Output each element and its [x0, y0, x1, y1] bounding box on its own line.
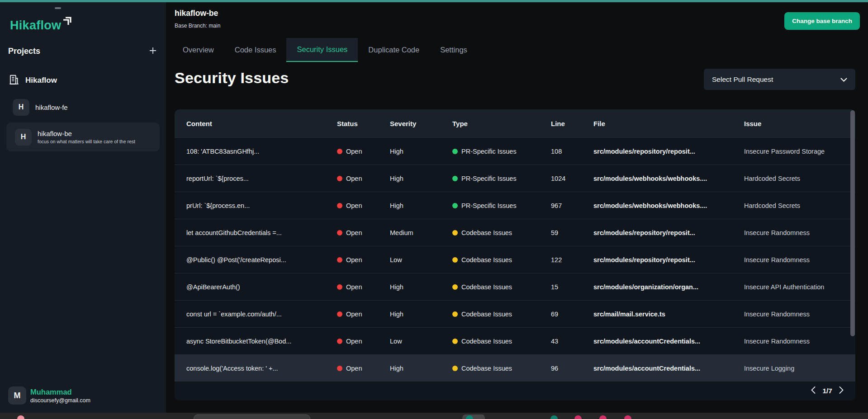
type-dot-icon [452, 366, 458, 371]
chevron-down-icon [840, 75, 847, 84]
type-label: Codebase Issues [461, 283, 512, 291]
status-dot-icon [337, 230, 342, 235]
arrow-up-right-icon [62, 16, 72, 28]
projects-header: Projects [8, 46, 158, 57]
cell-severity: High [390, 148, 452, 155]
add-project-button[interactable] [148, 46, 158, 57]
cell-type: Codebase Issues [452, 256, 551, 264]
tab-security-issues[interactable]: Security Issues [286, 38, 358, 62]
cell-content: let accountGithubCredentials =... [186, 229, 337, 236]
status-dot-icon [337, 339, 342, 344]
sidebar: Hikaflow Projects [0, 2, 166, 413]
type-dot-icon [452, 339, 458, 344]
project-list: H hikaflow-fe H hikaflow-be focus on wha… [6, 95, 160, 151]
base-branch-label: Base Branch: main [175, 23, 220, 29]
tab-overview[interactable]: Overview [172, 38, 224, 62]
cell-status: Open [337, 283, 390, 291]
cell-line: 69 [551, 311, 593, 318]
user-profile[interactable]: M Muhammad discoursefy@gmail.com [8, 386, 90, 405]
teal-dot-icon [550, 415, 558, 419]
status-dot-icon [337, 311, 342, 317]
plus-icon [148, 46, 158, 57]
type-dot-icon [452, 257, 458, 263]
cell-type: PR-Specific Issues [452, 202, 551, 209]
cell-type: Codebase Issues [452, 338, 551, 345]
table-row[interactable]: @Public() @Post('/createReposi... Open L… [175, 246, 855, 273]
status-dot-icon [337, 284, 342, 290]
cell-severity: Medium [390, 229, 452, 236]
sidebar-item-organization[interactable]: Hikaflow [8, 74, 57, 87]
cell-content: 108: 'ATBC83asnGHfhj... [186, 148, 337, 155]
cell-severity: High [390, 283, 452, 291]
column-header-issue: Issue [744, 120, 855, 127]
avatar: M [8, 386, 26, 405]
column-header-severity: Severity [390, 120, 452, 127]
type-label: Codebase Issues [461, 365, 512, 372]
type-dot-icon [452, 311, 458, 317]
column-header-file: File [593, 120, 744, 127]
table-row[interactable]: console.log('Access token: ' +... Open H… [175, 354, 855, 381]
main-content: hikaflow-be Base Branch: main Change bas… [166, 2, 868, 413]
scrollbar-thumb[interactable] [850, 110, 855, 336]
cell-content: @Public() @Post('/createReposi... [186, 256, 337, 264]
select-pull-request-dropdown[interactable]: Select Pull Request [704, 69, 855, 90]
type-label: PR-Specific Issues [461, 148, 517, 155]
cell-file: src/modules/webhooks/webhooks.... [593, 175, 744, 182]
cell-issue: Insecure Randomness [744, 256, 855, 264]
type-label: Codebase Issues [461, 256, 512, 264]
type-dot-icon [452, 149, 458, 154]
pagination-next-button[interactable] [839, 386, 844, 395]
user-email: discoursefy@gmail.com [30, 397, 90, 404]
tab-code-issues[interactable]: Code Issues [224, 38, 287, 62]
cell-content: @ApiBearerAuth() [186, 283, 337, 291]
tab-bar: Overview Code Issues Security Issues Dup… [172, 38, 478, 62]
table-row[interactable]: 108: 'ATBC83asnGHfhj... Open High PR-Spe… [175, 137, 855, 165]
select-pull-request-label: Select Pull Request [712, 75, 773, 84]
type-label: Codebase Issues [461, 311, 512, 318]
cell-severity: High [390, 365, 452, 372]
sidebar-project-item-hikaflow-fe[interactable]: H hikaflow-fe [6, 95, 160, 119]
table-row[interactable]: let accountGithubCredentials =... Open M… [175, 219, 855, 246]
table-row[interactable]: reportUrl: `${proces... Open High PR-Spe… [175, 165, 855, 192]
cell-severity: Low [390, 338, 452, 345]
cell-file: src/modules/accountCredentials... [593, 365, 744, 372]
avatar: H [15, 129, 32, 146]
cell-line: 122 [551, 256, 593, 264]
cell-status: Open [337, 229, 390, 236]
tab-duplicate-code[interactable]: Duplicate Code [358, 38, 430, 62]
change-base-branch-button[interactable]: Change base branch [784, 12, 860, 30]
cell-status: Open [337, 256, 390, 264]
table-row[interactable]: const url = `example.com/auth/... Open H… [175, 300, 855, 327]
cell-issue: Insecure API Authentication [744, 283, 855, 291]
cell-type: PR-Specific Issues [452, 175, 551, 182]
sidebar-project-item-hikaflow-be[interactable]: H hikaflow-be focus on what matters will… [6, 122, 160, 151]
window-handle [55, 7, 61, 9]
table-row[interactable]: prUrl: `${process.en... Open High PR-Spe… [175, 192, 855, 219]
column-header-status: Status [337, 120, 390, 127]
cell-line: 967 [551, 202, 593, 209]
cell-status: Open [337, 148, 390, 155]
brand-logo[interactable]: Hikaflow [10, 19, 72, 32]
page-title: Security Issues [175, 69, 289, 87]
cell-line: 15 [551, 283, 593, 291]
cell-line: 59 [551, 229, 593, 236]
cell-line: 43 [551, 338, 593, 345]
pagination-indicator: 1/7 [822, 387, 832, 395]
status-label: Open [346, 148, 362, 155]
cell-file: src/modules/repository/reposit... [593, 148, 744, 155]
cell-file: src/modules/organization/organ... [593, 283, 744, 291]
pink-dot-icon [17, 415, 24, 419]
cell-issue: Insecure Randomness [744, 311, 855, 318]
organization-name: Hikaflow [25, 76, 57, 85]
table-body: 108: 'ATBC83asnGHfhj... Open High PR-Spe… [175, 137, 855, 381]
cell-status: Open [337, 365, 390, 372]
tab-settings[interactable]: Settings [430, 38, 478, 62]
project-name: hikaflow-fe [35, 104, 68, 111]
projects-label: Projects [8, 47, 40, 56]
tab-label: Overview [183, 46, 214, 54]
pagination-prev-button[interactable] [811, 386, 816, 395]
cell-severity: Low [390, 256, 452, 264]
cell-issue: Insecure Randomness [744, 338, 855, 345]
table-row[interactable]: @ApiBearerAuth() Open High Codebase Issu… [175, 273, 855, 300]
table-row[interactable]: async StoreBitbucketToken(@Bod... Open L… [175, 327, 855, 354]
